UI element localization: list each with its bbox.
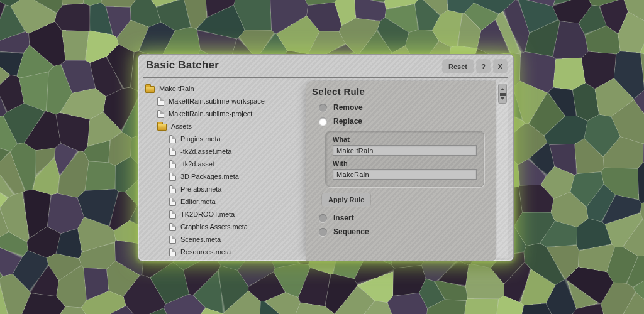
tree-item[interactable]: MakeItRain [138,82,306,95]
tree-item[interactable]: Resources.meta [138,246,306,258]
file-icon [157,97,164,106]
tree-item[interactable]: Graphics Assets.meta [138,220,306,233]
file-icon [169,248,176,256]
radio-option-sequence[interactable]: Sequence [319,227,496,236]
file-icon [169,148,176,156]
apply-rule-button[interactable]: Apply Rule [322,193,370,206]
with-input[interactable] [333,169,477,180]
scroll-grip-icon [500,92,506,96]
tree-item[interactable]: Prefabs.meta [138,183,306,195]
radio-option-label: Sequence [333,227,369,236]
tree-item[interactable]: Plugins.meta [138,133,306,145]
tree-item[interactable]: -tk2d.asset.meta [138,145,306,158]
tree-item-label: -tk2d.asset.meta [180,148,231,155]
tree-item[interactable]: Assets [138,120,306,133]
tree-item-label: MakeItRain [159,85,194,92]
tree-item[interactable]: -tk2d.asset [138,158,306,170]
desktop-stage: Basic Batcher Reset ? X MakeItRainMakeIt… [0,0,644,314]
help-button[interactable]: ? [477,60,490,73]
tree-item[interactable]: MakeItRain.sublime-project [138,107,306,120]
tree-item-label: Prefabs.meta [180,185,221,193]
with-label: With [333,160,477,167]
tree-item[interactable]: 3D Packages.meta [138,170,306,183]
radio-option-remove[interactable]: Remove [319,103,496,112]
radio-icon [319,228,327,236]
scrollbar-track[interactable] [497,82,508,258]
tree-item-label: MakeItRain.sublime-project [169,110,252,117]
tree-item-label: Resources.meta [180,248,231,256]
replace-form: What With [325,131,484,187]
file-icon [169,198,176,206]
title-bar-buttons: Reset ? X [443,60,507,73]
file-icon [169,135,176,143]
scrollbar-thumb[interactable] [498,84,507,104]
reset-button[interactable]: Reset [443,60,473,73]
radio-icon [319,104,327,112]
radio-icon [319,214,327,222]
tree-item-label: 3D Packages.meta [180,173,239,180]
tree-item-label: Assets [171,122,192,130]
tree-item[interactable]: Scenes.meta [138,233,306,246]
tree-item-label: TK2DROOT.meta [180,210,235,218]
folder-icon [157,124,167,131]
tree-item[interactable]: TK2DROOT.meta [138,208,306,220]
tree-item-label: -tk2d.asset [180,160,214,168]
file-icon [157,110,164,118]
file-icon [169,223,176,231]
scroll-up-icon [501,88,504,90]
radio-option-replace[interactable]: Replace [319,117,496,126]
rule-panel: Select Rule Remove Replace What With App… [306,81,496,261]
title-separator [143,77,508,78]
close-button[interactable]: X [494,60,507,73]
basic-batcher-window: Basic Batcher Reset ? X MakeItRainMakeIt… [138,54,514,261]
radio-option-label: Insert [333,214,354,222]
file-icon [169,210,176,219]
scroll-down-icon [501,97,504,100]
radio-option-insert[interactable]: Insert [319,214,496,222]
tree-item-label: MakeItRain.sublime-workspace [169,97,265,105]
title-bar[interactable]: Basic Batcher Reset ? X [138,55,513,77]
file-icon [169,185,176,193]
folder-icon [145,86,155,93]
tree-item-label: Editor.meta [180,198,216,205]
what-input[interactable] [333,145,477,156]
file-icon [169,160,176,168]
file-tree: MakeItRainMakeItRain.sublime-workspaceMa… [138,82,306,258]
window-title: Basic Batcher [146,59,219,72]
file-icon [169,236,176,244]
file-icon [169,173,176,181]
radio-icon [319,117,327,126]
tree-item-label: Scenes.meta [180,236,221,243]
tree-item[interactable]: MakeItRain.sublime-workspace [138,95,306,107]
radio-option-label: Remove [333,103,363,112]
tree-item-label: Plugins.meta [180,135,221,143]
tree-item[interactable]: Editor.meta [138,195,306,208]
panel-heading: Select Rule [312,86,496,97]
tree-item-label: Graphics Assets.meta [180,223,248,230]
what-label: What [333,136,477,143]
radio-option-label: Replace [333,117,362,126]
